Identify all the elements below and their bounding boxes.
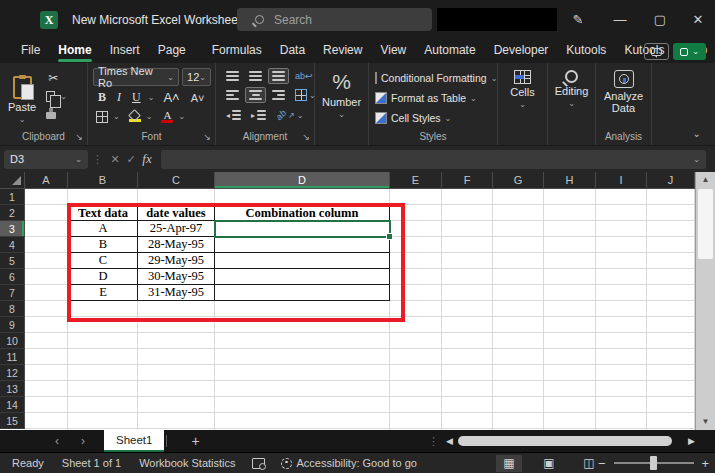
workbook-statistics-icon[interactable] [252, 458, 265, 469]
draw-pen-icon[interactable]: ✎ [563, 8, 593, 32]
insert-function-icon[interactable]: fx [139, 151, 155, 167]
vertical-scroll-thumb[interactable] [698, 189, 713, 259]
scrollbar-splitter[interactable]: ⋮ [428, 435, 439, 448]
zoom-in-button[interactable]: + [702, 456, 710, 471]
zoom-slider[interactable] [614, 462, 694, 464]
zoom-slider-thumb[interactable] [650, 456, 657, 470]
column-i[interactable] [596, 189, 647, 430]
increase-indent-button[interactable]: ▸ [247, 107, 270, 123]
format-as-table-button[interactable]: Format as Table⌄ [369, 88, 497, 108]
row-header-15[interactable]: 15 [0, 413, 25, 429]
column-header-e[interactable]: E [390, 172, 442, 189]
editing-button[interactable]: Editing ⌄ [548, 63, 595, 108]
menu-tab-home[interactable]: Home [49, 40, 100, 63]
next-sheet-icon[interactable]: › [70, 434, 96, 448]
decrease-font-button[interactable]: A˅ [189, 92, 207, 104]
namebox-splitter[interactable]: ⋮ [92, 153, 103, 166]
font-name-select[interactable]: Times New Ro⌄ [93, 68, 179, 86]
collapse-ribbon-icon[interactable]: ⌄ [693, 128, 701, 139]
cancel-formula-icon[interactable]: ✕ [107, 153, 123, 166]
sheet-tab-sheet1[interactable]: Sheet1 [104, 430, 164, 452]
scroll-down-icon[interactable]: ▼ [696, 414, 715, 430]
horizontal-scroll-thumb[interactable] [458, 436, 672, 446]
column-header-d[interactable]: D [215, 172, 390, 189]
menu-tab-kutools[interactable]: Kutools ™ [557, 40, 615, 63]
borders-button[interactable]: ⌄ [96, 111, 120, 123]
share-button[interactable]: ⌄ [673, 43, 706, 60]
row-header-2[interactable]: 2 [0, 205, 25, 221]
page-layout-view-button[interactable]: ▣ [536, 455, 562, 472]
column-a[interactable] [25, 189, 68, 430]
zoom-out-button[interactable]: − [598, 456, 606, 471]
analyze-data-button[interactable]: AnalyzeData [596, 63, 651, 114]
name-box[interactable]: D3⌄ [4, 150, 88, 169]
row-header-1[interactable]: 1 [0, 189, 25, 205]
font-size-select[interactable]: 12⌄ [182, 68, 211, 86]
row-header-4[interactable]: 4 [0, 237, 25, 253]
vertical-scrollbar[interactable]: ▲ ▼ [695, 172, 715, 430]
wrap-text-button[interactable]: ab↩ [291, 68, 317, 84]
align-bottom-button[interactable] [268, 68, 289, 84]
minimize-button[interactable]: — [605, 8, 635, 32]
row-header-13[interactable]: 13 [0, 381, 25, 397]
align-top-button[interactable] [222, 68, 243, 84]
alignment-dialog-launcher-icon[interactable]: ↘ [302, 132, 310, 142]
row-header-12[interactable]: 12 [0, 365, 25, 381]
scroll-up-icon[interactable]: ▲ [696, 172, 715, 188]
paste-dropdown-icon[interactable]: ⌄ [19, 115, 26, 124]
row-header-9[interactable]: 9 [0, 317, 25, 333]
format-painter-button[interactable] [46, 112, 56, 119]
fill-color-button[interactable]: ⌄ [129, 111, 153, 122]
row-header-8[interactable]: 8 [0, 301, 25, 317]
accessibility-status[interactable]: Accessibility: Good to go [297, 457, 417, 469]
workbook-statistics-button[interactable]: Workbook Statistics [139, 457, 235, 469]
comments-button[interactable] [644, 43, 669, 60]
menu-tab-formulas[interactable]: Formulas [203, 40, 271, 63]
row-header-11[interactable]: 11 [0, 349, 25, 365]
align-center-button[interactable] [245, 87, 266, 103]
copy-button[interactable]: ⌄ [46, 91, 67, 102]
cut-button[interactable]: ✂ [46, 71, 67, 85]
close-button[interactable]: ✕ [683, 8, 713, 32]
enter-formula-icon[interactable]: ✓ [123, 153, 139, 166]
column-j[interactable] [647, 189, 695, 430]
row-header-14[interactable]: 14 [0, 397, 25, 413]
column-header-i[interactable]: I [596, 172, 647, 189]
select-all-corner[interactable] [0, 172, 25, 189]
scroll-left-icon[interactable]: ◀ [446, 436, 453, 446]
bold-button[interactable]: B [96, 90, 108, 105]
font-color-button[interactable]: A⌄ [161, 110, 185, 123]
align-left-button[interactable] [222, 87, 243, 103]
scroll-right-icon[interactable]: ▶ [688, 436, 695, 446]
column-header-f[interactable]: F [442, 172, 493, 189]
row-header-7[interactable]: 7 [0, 285, 25, 301]
menu-tab-page-layout[interactable]: Page Layout [149, 40, 203, 63]
align-right-button[interactable] [268, 87, 289, 103]
decrease-indent-button[interactable]: ◂ [222, 107, 245, 123]
menu-tab-data[interactable]: Data [271, 40, 314, 63]
underline-button[interactable]: U⌄ [130, 90, 154, 105]
normal-view-button[interactable]: ▦ [496, 455, 522, 472]
add-sheet-button[interactable]: + [191, 433, 199, 449]
conditional-formatting-button[interactable]: Conditional Formatting⌄ [369, 68, 497, 88]
column-header-c[interactable]: C [138, 172, 215, 189]
cells-button[interactable]: Cells ⌄ [498, 63, 547, 109]
italic-button[interactable]: I [115, 90, 123, 105]
column-header-g[interactable]: G [493, 172, 544, 189]
formula-input[interactable]: ⌄ [161, 150, 706, 169]
row-header-10[interactable]: 10 [0, 333, 25, 349]
number-format-button[interactable]: % Number ⌄ [315, 63, 368, 119]
column-header-h[interactable]: H [544, 172, 596, 189]
column-header-b[interactable]: B [68, 172, 138, 189]
orientation-button[interactable]: ab↗⌄ [272, 107, 307, 123]
column-header-j[interactable]: J [647, 172, 695, 189]
search-input[interactable]: Search [237, 8, 432, 31]
row-header-6[interactable]: 6 [0, 269, 25, 285]
clipboard-dialog-launcher-icon[interactable]: ↘ [75, 132, 83, 142]
align-middle-button[interactable] [245, 68, 266, 84]
menu-tab-review[interactable]: Review [314, 40, 371, 63]
menu-tab-file[interactable]: File [12, 40, 49, 63]
menu-tab-developer[interactable]: Developer [485, 40, 558, 63]
maximize-button[interactable]: ▢ [645, 8, 675, 32]
column-h[interactable] [544, 189, 596, 430]
